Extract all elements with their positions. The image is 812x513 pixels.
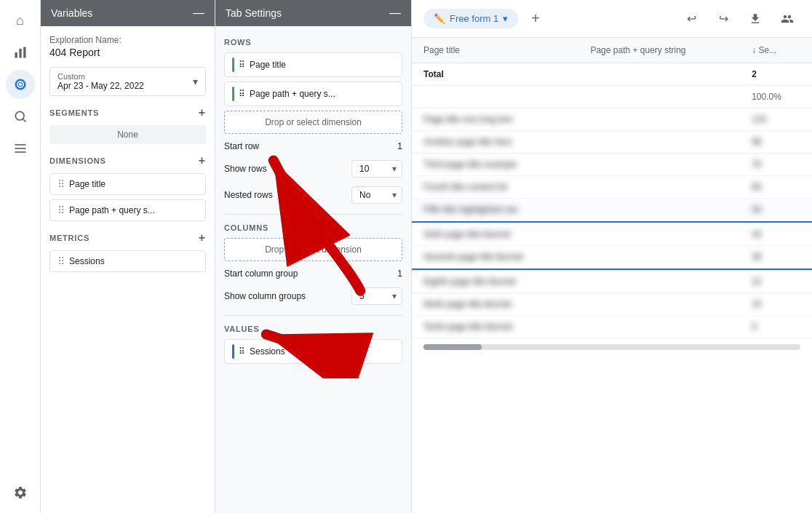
- svg-rect-9: [15, 151, 25, 153]
- dimension-page-path[interactable]: ⠿ Page path + query s...: [49, 199, 206, 221]
- cell-row8-path: [578, 271, 740, 293]
- nav-settings[interactable]: [6, 478, 35, 507]
- cell-row4-val: 65: [740, 176, 812, 199]
- table-row: Eighth page title blurred 22: [412, 271, 812, 293]
- cell-row1-val: 124: [740, 108, 812, 131]
- nav-chart[interactable]: [6, 38, 35, 67]
- drop-column-dimension[interactable]: Drop or select dimension: [224, 238, 402, 261]
- drag-handle-icon: ⠿: [239, 60, 245, 70]
- nav-search[interactable]: [6, 102, 35, 131]
- cell-row3-title: Third page title example: [412, 154, 578, 176]
- show-rows-select-wrapper[interactable]: 10 25 50: [351, 160, 402, 178]
- svg-rect-2: [23, 47, 25, 58]
- nav-home[interactable]: ⌂: [6, 6, 35, 35]
- cell-row8-val: 22: [740, 271, 812, 293]
- cell-row2-title: Another page title here: [412, 131, 578, 154]
- table-row: Third page title example 76: [412, 154, 812, 176]
- green-bar-indicator: [232, 57, 234, 72]
- drag-handle-icon: ⠿: [57, 255, 65, 267]
- col-header-sessions[interactable]: ↓ Se...: [740, 38, 812, 63]
- metric-sessions[interactable]: ⠿ Sessions: [49, 250, 206, 272]
- table-row-highlighted: Fifth title highlighted row 54: [412, 199, 812, 221]
- svg-point-4: [18, 83, 21, 86]
- show-column-groups-select-wrapper[interactable]: 5 10 25: [351, 287, 402, 305]
- variables-panel-title: Variables: [51, 7, 92, 19]
- start-column-group-setting: Start column group 1: [224, 267, 402, 280]
- nested-rows-setting: Nested rows No Yes: [224, 185, 402, 205]
- dimension-label: Page path + query s...: [69, 205, 155, 215]
- horizontal-scrollbar[interactable]: [423, 344, 800, 350]
- main-content: ✏️ Free form 1 ▾ + ↩ ↪ Page title: [412, 0, 812, 513]
- blue-bar-indicator: [232, 344, 234, 359]
- variables-panel-minimize[interactable]: —: [193, 7, 204, 19]
- cell-pct-label: [412, 86, 578, 108]
- share-button[interactable]: [774, 6, 800, 32]
- col-header-page-title[interactable]: Page title: [412, 38, 578, 63]
- show-rows-select[interactable]: 10 25 50: [351, 160, 402, 178]
- value-sessions[interactable]: ⠿ Sessions: [224, 339, 402, 364]
- add-metric-button[interactable]: +: [199, 231, 206, 244]
- row-dimension-page-path[interactable]: ⠿ Page path + query s...: [224, 81, 402, 106]
- svg-rect-1: [19, 49, 21, 58]
- variables-panel-body: Exploration Name: 404 Report Custom Apr …: [41, 26, 215, 513]
- cell-row2-val: 98: [740, 131, 812, 154]
- cell-row10-path: [578, 316, 740, 338]
- tab-settings-minimize[interactable]: —: [389, 7, 401, 19]
- show-column-groups-select[interactable]: 5 10 25: [351, 287, 402, 305]
- nested-rows-label: Nested rows: [224, 190, 273, 200]
- cell-row2-path: [578, 131, 740, 154]
- variables-panel: Variables — Exploration Name: 404 Report…: [41, 0, 215, 513]
- exploration-label: Exploration Name:: [49, 35, 206, 45]
- value-label: Sessions: [250, 346, 285, 357]
- metrics-title: METRICS: [49, 234, 89, 242]
- segments-title: SEGMENTS: [49, 108, 99, 117]
- nav-explore[interactable]: [6, 70, 35, 99]
- cell-row1-path: [578, 108, 740, 131]
- start-column-group-label: Start column group: [224, 269, 298, 279]
- exploration-name: 404 Report: [49, 47, 206, 58]
- redo-button[interactable]: ↪: [710, 6, 736, 32]
- undo-button[interactable]: ↩: [678, 6, 704, 32]
- cell-row10-title: Tenth page title blurred: [412, 316, 578, 338]
- left-nav: ⌂: [0, 0, 41, 513]
- cell-row8-title: Eighth page title blurred: [412, 271, 578, 293]
- download-button[interactable]: [742, 6, 768, 32]
- add-tab-button[interactable]: +: [524, 7, 547, 31]
- cell-total-value: 2: [740, 63, 812, 86]
- cell-total-label: Total: [412, 63, 578, 86]
- scrollbar-thumb[interactable]: [423, 344, 482, 350]
- nested-rows-select[interactable]: No Yes: [351, 186, 402, 204]
- col-header-page-path[interactable]: Page path + query string: [578, 38, 740, 63]
- date-range: Apr 23 - May 22, 2022: [57, 81, 144, 91]
- cell-row6-path: [578, 223, 740, 246]
- table-area: Page title Page path + query string ↓ Se…: [412, 38, 812, 513]
- columns-section-title: COLUMNS: [224, 223, 402, 232]
- date-selector[interactable]: Custom Apr 23 - May 22, 2022 ▾: [49, 67, 206, 96]
- nested-rows-select-wrapper[interactable]: No Yes: [351, 186, 402, 204]
- drag-handle-icon: ⠿: [239, 89, 245, 99]
- drop-row-dimension[interactable]: Drop or select dimension: [224, 111, 402, 134]
- active-tab[interactable]: ✏️ Free form 1 ▾: [423, 9, 518, 28]
- cell-row5-title: Fifth title highlighted row: [412, 199, 578, 221]
- nav-list[interactable]: [6, 134, 35, 163]
- add-segment-button[interactable]: +: [199, 106, 206, 119]
- cell-row3-val: 76: [740, 154, 812, 176]
- dimension-page-title[interactable]: ⠿ Page title: [49, 173, 206, 195]
- divider-values: [224, 315, 402, 316]
- segment-none[interactable]: None: [49, 125, 206, 144]
- add-dimension-button[interactable]: +: [199, 154, 206, 167]
- tab-settings-title: Tab Settings: [226, 7, 282, 19]
- metric-label: Sessions: [69, 256, 105, 266]
- tab-edit-icon: ✏️: [434, 13, 445, 24]
- cell-pct-path: [578, 86, 740, 108]
- cell-row7-path: [578, 246, 740, 269]
- svg-rect-8: [15, 148, 25, 149]
- main-toolbar: ✏️ Free form 1 ▾ + ↩ ↪: [412, 0, 812, 38]
- table-row-pct: 100.0%: [412, 86, 812, 108]
- drag-handle-icon: ⠿: [57, 204, 65, 216]
- row-dimension-page-title[interactable]: ⠿ Page title: [224, 52, 402, 77]
- table-row: Page title one long text 124: [412, 108, 812, 131]
- show-column-groups-setting: Show column groups 5 10 25: [224, 286, 402, 306]
- tab-settings-body: ROWS ⠿ Page title ⠿ Page path + query s.…: [215, 26, 411, 513]
- cell-row9-val: 15: [740, 293, 812, 316]
